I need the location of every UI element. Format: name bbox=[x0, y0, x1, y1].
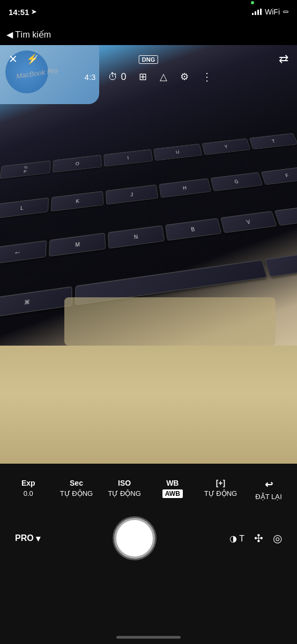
battery-icon bbox=[283, 11, 288, 13]
bottom-controls: Exp 0.0 Sec TỰ ĐỘNG ISO TỰ ĐỘNG WB AWB [… bbox=[0, 464, 297, 644]
sec-value: TỰ ĐỘNG bbox=[60, 489, 93, 497]
flip-camera-button[interactable]: ⇄ bbox=[279, 52, 288, 66]
status-icons: WiFi bbox=[252, 8, 288, 16]
key-c bbox=[274, 204, 297, 226]
wb-control[interactable]: WB AWB bbox=[154, 479, 191, 498]
exp-label: Exp bbox=[21, 479, 35, 487]
wb-value: AWB bbox=[162, 489, 183, 498]
flash-button[interactable]: ⚡̸ bbox=[26, 53, 38, 65]
wifi-icon: WiFi bbox=[265, 8, 280, 16]
key-l: L bbox=[0, 197, 49, 219]
level-button[interactable]: △ bbox=[160, 71, 167, 83]
key-cmd2: con bbox=[264, 248, 297, 277]
exp-control[interactable]: Exp 0.0 bbox=[10, 479, 47, 497]
key-j: J bbox=[106, 185, 158, 205]
cam-top-left: ✕ ⚡̸ bbox=[9, 53, 38, 65]
shutter-row: PRO ▾ ◑ T ✣ ◎ bbox=[0, 509, 297, 567]
key-g: G bbox=[210, 172, 263, 192]
key-b: B bbox=[165, 218, 221, 241]
camera-options-bar: 4:3 ⏱ 0 ⊞ △ ⚙ ⋮ bbox=[0, 67, 297, 87]
key-f: F bbox=[261, 166, 297, 185]
key-h: H bbox=[159, 178, 211, 198]
camera-scene: MacBook Pro ½P O I U Y T L K J H G F bbox=[0, 45, 297, 464]
key-t: T bbox=[249, 133, 297, 150]
wb-label: WB bbox=[166, 479, 179, 487]
nav-bar: ◀ Tìm kiếm bbox=[0, 24, 297, 45]
chassis-bottom bbox=[0, 346, 297, 464]
shutter-button[interactable] bbox=[114, 518, 155, 559]
pro-mode-button[interactable]: PRO ▾ bbox=[15, 533, 40, 544]
settings-button[interactable]: ⚙ bbox=[180, 71, 189, 83]
pro-label: PRO bbox=[15, 533, 34, 543]
iso-control[interactable]: ISO TỰ ĐỘNG bbox=[106, 479, 143, 497]
exp-value: 0.0 bbox=[24, 489, 33, 497]
focus-mode-button[interactable]: ✣ bbox=[254, 532, 263, 545]
key-u: U bbox=[153, 144, 202, 161]
reset-value: ĐẶT LẠI bbox=[255, 493, 282, 501]
key-v: V bbox=[220, 211, 277, 233]
cam-top-right: ⇄ bbox=[279, 52, 288, 66]
close-button[interactable]: ✕ bbox=[9, 53, 18, 65]
iso-value: TỰ ĐỘNG bbox=[108, 489, 140, 497]
ratio-button[interactable]: 4:3 bbox=[85, 72, 96, 82]
key-k: K bbox=[51, 191, 104, 212]
key-m: M bbox=[49, 232, 106, 257]
key-i: I bbox=[104, 149, 153, 167]
plus-value: TỰ ĐỘNG bbox=[204, 489, 237, 497]
key-n: N bbox=[108, 225, 165, 249]
signal-icon bbox=[252, 9, 262, 15]
back-button[interactable]: ◀ Tìm kiếm bbox=[6, 30, 51, 40]
manual-controls: Exp 0.0 Sec TỰ ĐỘNG ISO TỰ ĐỘNG WB AWB [… bbox=[0, 464, 297, 505]
key-arrow: ← bbox=[0, 240, 47, 265]
green-dot bbox=[251, 1, 254, 4]
key-o: O bbox=[53, 155, 102, 173]
plus-label: [+] bbox=[216, 479, 226, 487]
reset-icon: ↩ bbox=[265, 479, 273, 491]
more-button[interactable]: ⋮ bbox=[202, 70, 212, 83]
camera-mode-icons: ◑ T ✣ ◎ bbox=[229, 532, 282, 545]
key-p: ½P bbox=[0, 160, 51, 179]
status-time: 14:51 ➤ bbox=[9, 8, 36, 17]
key-cmd: ⌘ bbox=[0, 286, 72, 319]
sec-control[interactable]: Sec TỰ ĐỘNG bbox=[57, 479, 95, 497]
plus-control[interactable]: [+] TỰ ĐỘNG bbox=[202, 479, 239, 497]
location-icon: ➤ bbox=[31, 8, 36, 16]
timer-button[interactable]: ⏱ 0 bbox=[108, 71, 126, 83]
iso-label: ISO bbox=[118, 479, 131, 487]
key-y: Y bbox=[202, 138, 251, 155]
dng-badge[interactable]: DNG bbox=[139, 55, 158, 64]
viewfinder: MacBook Pro ½P O I U Y T L K J H G F bbox=[0, 45, 297, 464]
time-label: 14:51 bbox=[9, 8, 29, 17]
pro-chevron: ▾ bbox=[36, 533, 40, 544]
shutter-inner bbox=[118, 522, 151, 555]
status-bar: 14:51 ➤ WiFi bbox=[0, 0, 297, 24]
filter-mode-button[interactable]: ◎ bbox=[273, 532, 282, 545]
reset-control[interactable]: ↩ ĐẶT LẠI bbox=[250, 479, 287, 501]
grid-button[interactable]: ⊞ bbox=[139, 71, 147, 83]
trackpad bbox=[64, 297, 276, 346]
back-label: ◀ Tìm kiếm bbox=[6, 30, 51, 40]
lens-mode-button[interactable]: ◑ T bbox=[229, 533, 244, 544]
sec-label: Sec bbox=[70, 479, 83, 487]
home-indicator bbox=[116, 636, 181, 639]
